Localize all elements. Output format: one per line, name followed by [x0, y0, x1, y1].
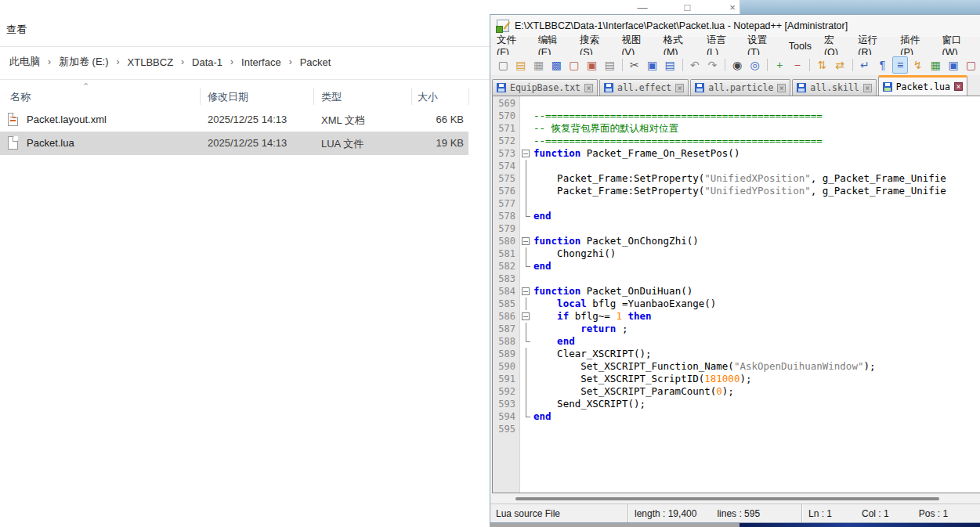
explorer-view-menu[interactable]: 查看 [6, 23, 27, 37]
code-line[interactable]: 593 Send_XSCRIPT(); [493, 398, 980, 410]
code-line[interactable]: 586 if bflg~= 1 then [493, 310, 980, 323]
toolbar-separator [852, 59, 853, 71]
column-divider[interactable] [200, 88, 201, 105]
code-line[interactable]: 581 Chongzhi() [493, 247, 980, 260]
code-line[interactable]: 583 [493, 273, 980, 285]
zoom-out-icon[interactable]: − [790, 56, 806, 74]
column-header-size[interactable]: 大小 [418, 90, 438, 104]
horizontal-scrollbar[interactable] [492, 493, 980, 504]
code-line[interactable]: 590 Set_XSCRIPT_Function_Name("AskOpenDu… [493, 360, 980, 373]
column-divider[interactable] [313, 88, 314, 105]
indent-guide-icon[interactable]: ≡ [892, 56, 909, 74]
close-all-icon[interactable]: ▣ [584, 56, 600, 74]
code-segment [533, 335, 557, 347]
save-all-icon[interactable]: ▩ [548, 56, 565, 74]
tab-close-icon[interactable]: × [777, 84, 786, 92]
scrollbar-thumb[interactable] [515, 497, 939, 500]
find-icon[interactable]: ◉ [729, 56, 746, 74]
code-line[interactable]: 578end [493, 210, 980, 222]
code-line[interactable]: 572--===================================… [493, 135, 980, 147]
file-row[interactable]: Packet.lua2025/12/25 14:13LUA 文件19 KB [0, 132, 468, 155]
close-button[interactable]: × [721, 2, 744, 13]
fold-margin-cell [520, 222, 531, 235]
show-all-characters-icon[interactable]: ¶ [874, 56, 891, 74]
new-file-icon[interactable]: ▢ [495, 56, 512, 74]
doc-switcher-icon[interactable]: ▣ [946, 56, 962, 74]
code-line[interactable]: 569 [493, 97, 980, 110]
code-line[interactable]: 594end [493, 410, 980, 423]
tab-close-icon[interactable]: × [584, 84, 593, 92]
tab-close-icon[interactable]: × [954, 82, 963, 91]
tab-EquipBase.txt[interactable]: EquipBase.txt× [492, 79, 598, 96]
close-icon[interactable]: ▢ [566, 56, 583, 74]
code-editor[interactable]: 569570--================================… [492, 96, 980, 493]
tab-all.skill[interactable]: all.skill× [792, 79, 876, 96]
breadcrumb-item[interactable]: 新加卷 (E:) [59, 55, 109, 69]
monitoring-icon[interactable]: ▢ [963, 56, 979, 74]
breadcrumb-item[interactable]: 此电脑 [9, 55, 40, 69]
code-line[interactable]: 577 [493, 197, 980, 210]
maximize-button[interactable]: □ [676, 2, 700, 13]
document-map-icon[interactable]: ▦ [928, 56, 944, 74]
redo-icon[interactable]: ↷ [704, 56, 721, 74]
macro-icon[interactable]: ↯ [909, 56, 926, 74]
tab-close-icon[interactable]: × [675, 84, 684, 92]
code-text: --======================================… [531, 110, 823, 122]
print-icon[interactable]: ▤ [602, 56, 618, 74]
sync-horizontal-icon[interactable]: ⇄ [832, 56, 848, 74]
minimize-button[interactable]: — [631, 2, 654, 13]
code-line[interactable]: 574 [493, 160, 980, 172]
word-wrap-icon[interactable]: ↵ [856, 56, 873, 74]
code-line[interactable]: 584function Packet_OnDuiHuan() [493, 285, 980, 298]
code-text: function Packet_OnDuiHuan() [531, 285, 693, 298]
code-line[interactable]: 587 return ; [493, 323, 980, 335]
paste-icon[interactable]: ▤ [662, 56, 678, 74]
tab-close-icon[interactable]: × [863, 84, 872, 92]
tab-all.particle[interactable]: all.particle× [690, 79, 790, 96]
tab-Packet.lua[interactable]: Packet.lua× [878, 75, 967, 96]
code-line[interactable]: 570--===================================… [493, 110, 980, 122]
code-line[interactable]: 591 Set_XSCRIPT_ScriptID(181000); [493, 373, 980, 385]
breadcrumb-item[interactable]: Interface [241, 56, 281, 68]
code-line[interactable]: 579 [493, 222, 980, 235]
tab-all.effect[interactable]: all.effect× [599, 79, 689, 96]
column-header-date[interactable]: 修改日期 [208, 90, 248, 104]
breadcrumb-item[interactable]: XTLBBCZ [128, 56, 174, 68]
code-line[interactable]: 588 end [493, 335, 980, 348]
code-line[interactable]: 585 local bflg =YuanbaoExange() [493, 298, 980, 310]
code-line[interactable]: 595 [493, 423, 980, 435]
fold-box-icon[interactable] [520, 285, 531, 298]
copy-icon[interactable]: ▣ [644, 56, 660, 74]
cut-icon[interactable]: ✂ [627, 56, 643, 74]
open-file-icon[interactable]: ▤ [513, 56, 530, 74]
save-icon[interactable]: ▦ [530, 56, 547, 74]
column-header-name[interactable]: 名称 [10, 90, 31, 104]
column-divider[interactable] [411, 88, 412, 105]
code-line[interactable]: 589 Clear_XSCRIPT(); [493, 348, 980, 360]
toolbar-separator [809, 59, 810, 71]
zoom-in-icon[interactable]: + [772, 56, 788, 74]
column-header-type[interactable]: 类型 [321, 90, 342, 104]
breadcrumb-item[interactable]: Packet [300, 56, 331, 68]
fold-box-icon[interactable] [520, 147, 531, 160]
code-line[interactable]: 573function Packet_Frame_On_ResetPos() [493, 147, 980, 160]
fold-line-icon [520, 185, 531, 197]
column-divider[interactable] [468, 88, 469, 105]
menu-item[interactable]: Tools [783, 41, 818, 52]
fold-end-icon [520, 410, 531, 423]
status-lines: lines : 595 [717, 508, 760, 519]
fold-box-icon[interactable] [520, 235, 531, 247]
sync-vertical-icon[interactable]: ⇅ [814, 56, 830, 74]
code-line[interactable]: 571-- 恢复背包界面的默认相对位置 [493, 122, 980, 135]
code-line[interactable]: 580function Packet_OnChongZhi() [493, 235, 980, 247]
code-line[interactable]: 575 Packet_Frame:SetProperty("UnifiedXPo… [493, 172, 980, 185]
code-line[interactable]: 592 Set_XSCRIPT_ParamCount(0); [493, 385, 980, 398]
file-row[interactable]: Packet.layout.xml2025/12/25 14:13XML 文档6… [0, 108, 468, 132]
replace-icon[interactable]: ◎ [747, 56, 763, 74]
fold-box-icon[interactable] [520, 310, 531, 323]
code-line[interactable]: 576 Packet_Frame:SetProperty("UnifiedYPo… [493, 185, 980, 197]
breadcrumb-item[interactable]: Data-1 [192, 56, 222, 68]
undo-icon[interactable]: ↶ [686, 56, 703, 74]
status-ln: Ln : 1 [808, 508, 832, 519]
code-line[interactable]: 582end [493, 260, 980, 273]
